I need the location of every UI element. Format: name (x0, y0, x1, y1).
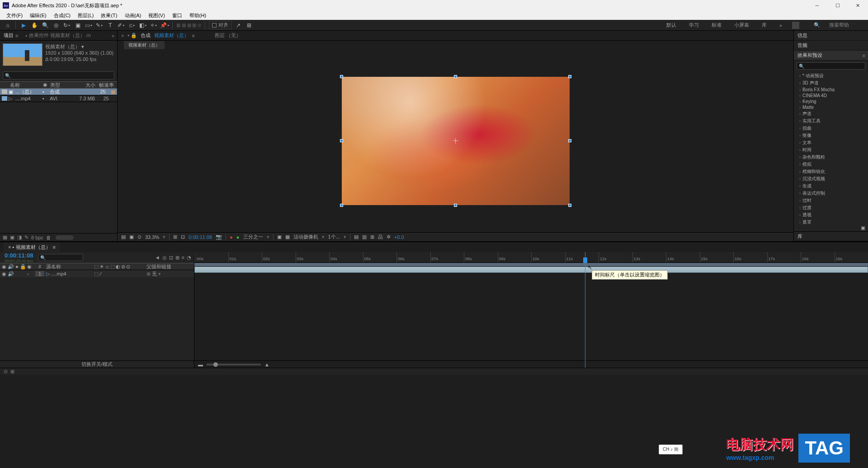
ruler-tick[interactable]: 18s (801, 252, 835, 262)
workspace-more[interactable]: » (776, 22, 786, 29)
help-search[interactable]: 🔍 搜索帮助 (810, 21, 864, 29)
menu-layer[interactable]: 图层(L) (75, 11, 96, 20)
motion-blur-icon[interactable]: ≡ (182, 255, 184, 261)
zoom-in-icon[interactable]: ▲ (264, 362, 269, 367)
maximize-button[interactable]: ☐ (827, 0, 848, 11)
hide-shy-icon[interactable]: ⊡ (169, 255, 173, 261)
preset-category[interactable]: 实用工具 (794, 117, 868, 125)
project-tab[interactable]: 项目≡ (0, 31, 22, 40)
project-settings-icon[interactable]: ✎ (24, 234, 28, 240)
ruler-tick[interactable]: :00s (194, 252, 228, 262)
effects-search-input[interactable]: 🔍 (797, 62, 865, 70)
draft-3d-icon[interactable]: ◎ (162, 255, 167, 261)
comp-mini-flowchart-icon[interactable]: ◄ (155, 255, 160, 261)
ruler-tick[interactable]: 07s (430, 252, 464, 262)
menu-composition[interactable]: 合成(C) (51, 11, 73, 20)
preset-category[interactable]: 3D 声道 (794, 80, 868, 87)
transform-handle[interactable] (568, 139, 571, 142)
timeline-tab[interactable]: × ▪ 视频素材（总） ≡ (4, 243, 60, 252)
selection-tool-icon[interactable]: ▶ (19, 21, 28, 29)
project-item-footage[interactable]: ▷ ....mp4 ▪ AVI 7.3 MB 25 (0, 95, 117, 102)
workspace-learn[interactable]: 学习 (685, 21, 703, 29)
menu-file[interactable]: 文件(F) (4, 11, 25, 20)
ruler-tick[interactable]: 17s (767, 252, 801, 262)
effects-presets-panel-header[interactable]: 效果和预设≡ (794, 51, 868, 61)
preset-category[interactable]: 抠像 (794, 132, 868, 139)
ruler-tick[interactable]: 03s (296, 252, 330, 262)
preset-category[interactable]: CINEMA 4D (794, 93, 868, 98)
zoom-dropdown[interactable]: 33.3% (145, 234, 159, 240)
transform-handle[interactable] (568, 75, 571, 78)
magnification-icon[interactable]: ▣ (129, 234, 134, 240)
menu-help[interactable]: 帮助(H) (187, 11, 209, 20)
ruler-tick[interactable]: 12s (599, 252, 632, 262)
region-icon[interactable]: ▣ (277, 234, 282, 240)
toggle-switches-button[interactable]: 切换开关/模式 (81, 361, 113, 368)
preset-category[interactable]: 文本 (794, 139, 868, 146)
ruler-tick[interactable]: 10s (531, 252, 565, 262)
graph-editor-icon[interactable]: ◔ (187, 255, 191, 261)
pen-tool-icon[interactable]: ✎ (95, 21, 104, 29)
fast-preview-icon[interactable]: ▥ (362, 234, 367, 240)
info-panel-header[interactable]: 信息 (794, 31, 868, 41)
ruler-tick[interactable]: 13s (632, 252, 666, 262)
preset-category[interactable]: 过渡 (794, 204, 868, 211)
panel-more-icon[interactable]: » (112, 33, 114, 38)
ruler-tick[interactable]: 16s (733, 252, 767, 262)
orbit-tool-icon[interactable]: ◎ (52, 21, 60, 29)
project-item-composition[interactable]: ▣ ...（总） ▪ 合成 25 ▦ (0, 89, 117, 95)
preset-category[interactable]: 扭曲 (794, 125, 868, 132)
workspace-standard[interactable]: 标准 (708, 21, 725, 29)
timeline-zoom-slider[interactable] (207, 364, 261, 365)
project-toggle[interactable] (56, 235, 74, 240)
preset-category[interactable]: 透视 (794, 211, 868, 219)
ruler-tick[interactable]: 11s (565, 252, 599, 262)
playhead[interactable] (585, 252, 585, 368)
pixel-aspect-icon[interactable]: ▤ (354, 234, 359, 240)
timeline-search-input[interactable]: 🔍 (38, 254, 83, 261)
channel-red-icon[interactable]: ● (230, 234, 233, 240)
preset-category[interactable]: 生成 (794, 183, 868, 190)
ruler-tick[interactable]: 14s (666, 252, 700, 262)
preset-category[interactable]: 时间 (794, 146, 868, 154)
comp-thumbnail[interactable] (3, 43, 42, 66)
workspace-default[interactable]: 默认 (663, 21, 680, 29)
library-panel-header[interactable]: 库 (794, 231, 868, 241)
preset-category[interactable]: 沉浸式视频 (794, 175, 868, 183)
transform-handle[interactable] (340, 139, 343, 142)
menu-window[interactable]: 窗口 (170, 11, 185, 20)
ruler-tick[interactable]: 09s (498, 252, 532, 262)
ruler-tick[interactable]: 02s (262, 252, 296, 262)
channel-green-icon[interactable]: ● (236, 234, 240, 240)
zoom-tool-icon[interactable]: 🔍 (41, 21, 49, 29)
resolution-icon[interactable]: ⊞ (173, 234, 177, 240)
menu-view[interactable]: 视图(V) (146, 11, 168, 20)
clone-tool-icon[interactable]: ⎌ (128, 21, 136, 29)
preset-category[interactable]: 模拟 (794, 161, 868, 168)
snap-options-icon[interactable]: ↗ (234, 21, 242, 29)
preset-category[interactable]: 声道 (794, 110, 868, 117)
home-icon[interactable]: ⌂ (4, 21, 12, 29)
anchor-tool-icon[interactable]: ▣ (74, 21, 82, 29)
snapshot-icon[interactable]: 📷 (216, 234, 222, 240)
menu-animation[interactable]: 动画(A) (122, 11, 144, 20)
bpc-button[interactable]: 8 bpc (31, 235, 43, 240)
anchor-point-icon[interactable] (453, 138, 458, 144)
transform-handle[interactable] (568, 204, 571, 207)
eraser-tool-icon[interactable]: ◧ (139, 21, 147, 29)
resolution-dropdown[interactable]: 三分之一 (243, 234, 263, 240)
render-queue-icon[interactable]: ⊙ (4, 369, 8, 374)
reset-exposure-icon[interactable]: ✲ (387, 234, 391, 240)
ruler-tick[interactable]: 01s (228, 252, 262, 262)
preset-category[interactable]: Matte (794, 104, 868, 110)
frame-blend-icon[interactable]: ⊞ (175, 255, 179, 261)
preset-category[interactable]: 表达式控制 (794, 190, 868, 197)
preset-category[interactable]: 过时 (794, 197, 868, 204)
delete-icon[interactable]: 🗑 (46, 235, 51, 240)
ruler-tick[interactable]: 08s (464, 252, 498, 262)
ruler-tick[interactable]: 05s (363, 252, 397, 262)
workspace-small[interactable]: 小屏幕 (731, 21, 753, 29)
workspace-library[interactable]: 库 (758, 21, 770, 29)
always-preview-icon[interactable]: ▤ (121, 234, 126, 240)
layer-clip[interactable] (194, 267, 868, 273)
